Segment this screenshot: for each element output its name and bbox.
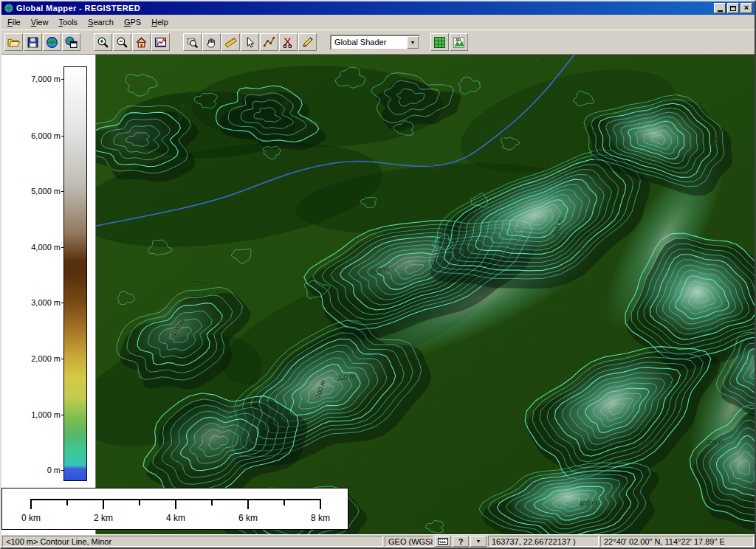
close-icon: × (744, 4, 749, 12)
keyboard-button[interactable] (435, 536, 451, 547)
digitize-path-button[interactable] (260, 33, 278, 51)
terrain-grid-icon (433, 36, 446, 49)
map-canvas[interactable] (96, 55, 755, 534)
minimize-button[interactable] (714, 3, 726, 13)
menu-bar: File View Tools Search GPS Help (1, 15, 755, 30)
scale-label-2: 2 km (87, 513, 120, 523)
scale-tick (66, 500, 68, 505)
menu-tools[interactable]: Tools (53, 15, 83, 29)
status-cursor-xy: 163737, 22.66722137 ) (488, 536, 599, 547)
measure-tool-button[interactable] (221, 33, 240, 51)
menu-gps[interactable]: GPS (119, 15, 146, 29)
keyboard-icon (438, 538, 448, 545)
maximize-icon (730, 6, 736, 11)
menu-search[interactable]: Search (83, 15, 119, 29)
scale-bar: 0 km 2 km 4 km 6 km 8 km (1, 488, 348, 530)
app-globe-icon (4, 3, 14, 13)
elevation-gradient-bar (63, 66, 87, 481)
scale-tick (139, 500, 140, 505)
legend-label-0: 0 m (1, 465, 61, 475)
menu-help[interactable]: Help (146, 15, 173, 29)
pencil-icon (301, 36, 314, 49)
path-profile-button[interactable] (151, 33, 170, 51)
map-view[interactable]: 30 m100 m50 m50 m150 m50 m100 m70 m150 m… (96, 55, 755, 534)
scale-tick (103, 500, 104, 509)
globe-window-icon (65, 36, 78, 49)
legend-label-2000: 2,000 m (1, 353, 61, 364)
close-button[interactable]: × (740, 3, 752, 13)
open-folder-icon (7, 36, 20, 49)
scale-tick (247, 500, 249, 509)
shader-select[interactable]: Global Shader ▼ (330, 35, 420, 50)
world-data-button[interactable] (43, 33, 61, 51)
status-projection: GEO (WGS8 (385, 536, 433, 547)
save-button[interactable] (24, 33, 42, 51)
open-button[interactable] (4, 33, 23, 51)
help-icon: ? (458, 537, 464, 546)
scale-tick (30, 500, 32, 509)
zoom-in-button[interactable] (94, 33, 112, 51)
coord-format-button[interactable]: ▼ (470, 536, 487, 547)
title-bar[interactable]: Global Mapper - REGISTERED × (1, 1, 755, 15)
zoom-out-icon (116, 36, 128, 49)
profile-chart-icon (154, 36, 167, 49)
zoom-in-icon (97, 36, 109, 49)
scale-label-0: 0 km (15, 513, 47, 523)
scale-label-4: 4 km (159, 513, 192, 523)
chevron-down-icon[interactable]: ▼ (407, 36, 419, 49)
globe-icon (46, 36, 58, 49)
cut-feature-button[interactable] (279, 33, 298, 51)
scale-tick (211, 500, 213, 505)
legend-label-4000: 4,000 m (1, 242, 61, 252)
pointer-arrow-icon (244, 36, 256, 49)
legend-label-5000: 5,000 m (1, 186, 61, 196)
scale-label-8: 8 km (304, 513, 337, 523)
status-tool-hint: <100 m> Contour Line, Minor (2, 536, 383, 547)
help-button[interactable]: ? (453, 536, 469, 547)
zoom-box-tool-button[interactable] (183, 33, 202, 51)
pen-tool-button[interactable] (298, 33, 317, 51)
scale-tick (284, 500, 285, 505)
toolbar: Global Shader ▼ 3D (1, 30, 755, 55)
status-bar: <100 m> Contour Line, Minor GEO (WGS8 ? … (1, 534, 755, 548)
zoom-box-icon (186, 36, 199, 49)
legend-label-3000: 3,000 m (1, 297, 61, 308)
svg-text:3D: 3D (456, 37, 461, 41)
hand-icon (205, 36, 218, 49)
path-nodes-icon (263, 36, 275, 49)
minimize-icon (718, 7, 723, 12)
content-area: 7,000 m 6,000 m 5,000 m 4,000 m 3,000 m … (1, 55, 755, 534)
home-icon (135, 36, 148, 49)
legend-label-6000: 6,000 m (1, 131, 61, 141)
menu-file[interactable]: File (2, 15, 26, 29)
select-tool-button[interactable] (241, 33, 259, 51)
full-view-button[interactable] (132, 33, 151, 51)
zoom-out-button[interactable] (113, 33, 131, 51)
pan-tool-button[interactable] (202, 33, 221, 51)
new-map-view-button[interactable] (62, 33, 80, 51)
terrain-grid-button[interactable] (430, 33, 449, 51)
maximize-button[interactable] (727, 3, 739, 13)
scale-tick (175, 500, 176, 509)
legend-label-7000: 7,000 m (1, 74, 61, 84)
menu-view[interactable]: View (26, 15, 54, 29)
scale-tick (320, 500, 321, 509)
view-3d-button[interactable]: 3D (450, 33, 468, 51)
ruler-icon (224, 36, 237, 49)
save-floppy-icon (27, 36, 39, 49)
scale-label-6: 6 km (232, 513, 264, 523)
window-title: Global Mapper - REGISTERED (16, 4, 714, 13)
elevation-legend-panel: 7,000 m 6,000 m 5,000 m 4,000 m 3,000 m … (1, 55, 96, 534)
view-3d-icon: 3D (453, 36, 465, 49)
legend-label-1000: 1,000 m (1, 410, 61, 420)
status-cursor-latlon: 22°40' 02.00" N, 114°22' 17.89" E (600, 536, 754, 547)
chevron-down-icon: ▼ (476, 539, 481, 544)
shader-selected-value: Global Shader (331, 38, 407, 46)
scissors-icon (282, 36, 295, 49)
global-mapper-window: Global Mapper - REGISTERED × File View T… (0, 0, 756, 549)
